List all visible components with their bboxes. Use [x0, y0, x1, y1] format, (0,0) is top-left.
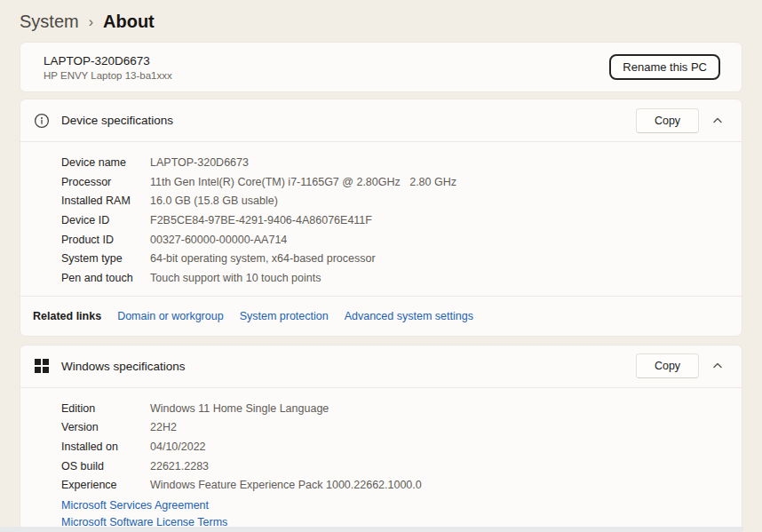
windows-specifications-header[interactable]: Windows specifications Copy [20, 345, 742, 387]
table-row: Experience Windows Feature Experience Pa… [20, 476, 742, 496]
spec-label: Pen and touch [61, 272, 150, 284]
page-title: About [103, 12, 155, 32]
spec-label: Processor [61, 176, 150, 188]
copy-windows-specs-button[interactable]: Copy [636, 353, 699, 378]
bottom-edge-strip [0, 527, 743, 532]
device-name-card: LAPTOP-320D6673 HP ENVY Laptop 13-ba1xxx… [20, 42, 742, 92]
spec-value: LAPTOP-320D6673 [150, 156, 742, 169]
spec-label: Installed RAM [61, 195, 150, 207]
table-row: Product ID 00327-60000-00000-AA714 [20, 230, 742, 250]
device-name-text: LAPTOP-320D6673 [44, 54, 172, 67]
spec-value: 16.0 GB (15.8 GB usable) [150, 195, 742, 207]
spec-value: 22621.2283 [150, 460, 742, 472]
spec-label: Version [61, 421, 150, 433]
windows-grid-icon [34, 358, 50, 374]
device-model-text: HP ENVY Laptop 13-ba1xxx [44, 70, 172, 81]
spec-label: Edition [61, 402, 150, 415]
table-row: OS build 22621.2283 [20, 457, 742, 476]
spec-value: 04/10/2022 [150, 441, 742, 453]
related-links-label: Related links [33, 310, 101, 322]
link-domain-or-workgroup[interactable]: Domain or workgroup [117, 310, 224, 322]
breadcrumb: System › About [20, 7, 742, 36]
breadcrumb-system[interactable]: System [20, 12, 79, 32]
windows-spec-rows: Edition Windows 11 Home Single Language … [20, 388, 742, 495]
spec-value: Touch support with 10 touch points [150, 272, 742, 284]
copy-device-specs-button[interactable]: Copy [636, 108, 699, 133]
spec-label: Installed on [61, 441, 150, 453]
spec-label: System type [61, 252, 150, 265]
chevron-right-icon: › [89, 12, 93, 30]
table-row: Processor 11th Gen Intel(R) Core(TM) i7-… [20, 172, 742, 192]
table-row: Device name LAPTOP-320D6673 [20, 153, 742, 172]
spec-value: F2B5CE84-97BE-4291-9406-4A86076E411F [150, 214, 742, 226]
spec-value: 11th Gen Intel(R) Core(TM) i7-1165G7 @ 2… [150, 176, 742, 188]
table-row: Installed RAM 16.0 GB (15.8 GB usable) [20, 191, 742, 210]
spec-label: Product ID [61, 234, 150, 246]
spec-value: 22H2 [150, 421, 742, 433]
related-links-row: Related links Domain or workgroup System… [20, 297, 742, 336]
table-row: Installed on 04/10/2022 [20, 437, 742, 457]
spec-label: OS build [61, 460, 150, 472]
device-specifications-header[interactable]: Device specifications Copy [20, 99, 742, 141]
spec-value: 64-bit operating system, x64-based proce… [150, 252, 742, 265]
windows-specifications-title: Windows specifications [61, 360, 186, 373]
chevron-up-icon[interactable] [704, 115, 731, 126]
device-specifications-title: Device specifications [61, 114, 173, 127]
table-row: Version 22H2 [20, 418, 742, 438]
spec-value: Windows Feature Experience Pack 1000.226… [150, 479, 742, 491]
spec-value: 00327-60000-00000-AA714 [150, 234, 742, 246]
device-spec-rows: Device name LAPTOP-320D6673 Processor 11… [20, 142, 742, 296]
spec-label: Device name [61, 156, 150, 169]
chevron-up-icon[interactable] [704, 361, 731, 371]
spec-value: Windows 11 Home Single Language [150, 402, 742, 415]
settings-about-page: System › About LAPTOP-320D6673 HP ENVY L… [0, 0, 762, 532]
spec-label: Device ID [61, 214, 150, 226]
windows-specifications-card: Windows specifications Copy Edition Wind… [20, 345, 742, 532]
spec-label: Experience [61, 479, 150, 491]
table-row: Edition Windows 11 Home Single Language [20, 399, 742, 418]
device-identity: LAPTOP-320D6673 HP ENVY Laptop 13-ba1xxx [44, 54, 172, 81]
table-row: System type 64-bit operating system, x64… [20, 249, 742, 268]
link-system-protection[interactable]: System protection [240, 310, 329, 322]
device-specifications-card: Device specifications Copy Device name L… [20, 99, 742, 337]
table-row: Device ID F2B5CE84-97BE-4291-9406-4A8607… [20, 210, 742, 230]
link-microsoft-services-agreement[interactable]: Microsoft Services Agreement [61, 498, 742, 514]
info-icon [34, 113, 50, 129]
link-advanced-system-settings[interactable]: Advanced system settings [345, 310, 473, 322]
table-row: Pen and touch Touch support with 10 touc… [20, 268, 742, 288]
rename-pc-button[interactable]: Rename this PC [609, 54, 720, 80]
